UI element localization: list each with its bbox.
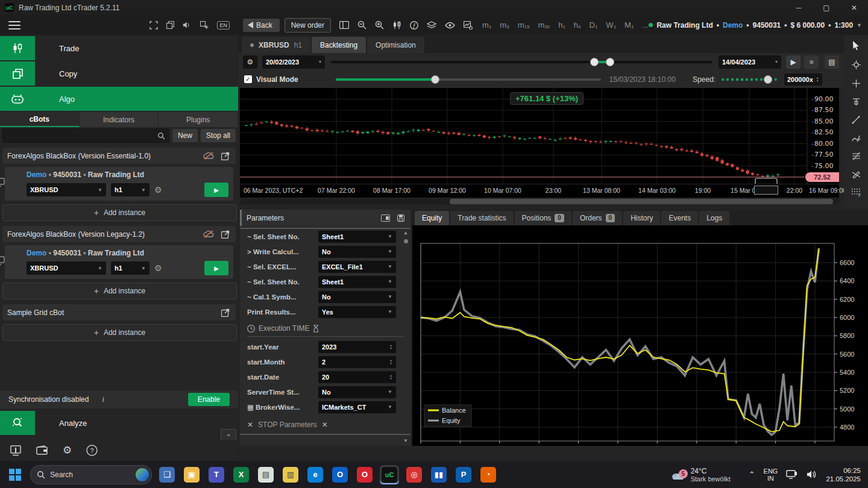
timeframe-select[interactable]: h1▼ [111, 183, 149, 196]
taskbar-app-red-browser[interactable]: ◎ [404, 465, 424, 484]
symbol-select[interactable]: XBRUSD▼ [27, 183, 106, 196]
share-icon[interactable] [221, 152, 230, 160]
menu-icon[interactable] [8, 19, 20, 32]
cbot-search-input[interactable] [2, 128, 169, 143]
tray-expand-icon[interactable]: ⌃ [749, 470, 755, 479]
sidebar-item-copy[interactable]: Copy [0, 61, 238, 86]
section-execution-time[interactable]: Execution TIME [247, 324, 404, 337]
timeframe-M1[interactable]: M1 [624, 20, 634, 30]
fibonacci-icon[interactable] [852, 152, 861, 160]
chart-layout-icon[interactable] [339, 21, 349, 29]
tab-equity[interactable]: Equity [415, 211, 449, 225]
sidebar-tab-plugins[interactable]: Plugins [159, 112, 238, 127]
search-highlight-image[interactable] [136, 468, 149, 481]
range-end-handle[interactable] [606, 58, 614, 66]
enable-sync-button[interactable]: Enable [188, 393, 230, 406]
date-range-slider[interactable] [331, 61, 712, 63]
cbot-instance-card[interactable]: Demo • 9450031 • Raw Trading Ltd XBRUSD▼… [5, 167, 233, 201]
strike-icon[interactable] [852, 170, 861, 178]
instance-settings-icon[interactable]: ⚙ [154, 185, 162, 195]
cbot-header[interactable]: ForexAlgos BlackBox (Version Legacy-1.2) [2, 226, 236, 242]
stop-all-button[interactable]: Stop all [201, 129, 236, 142]
param-select[interactable]: No▼ [318, 386, 396, 398]
add-instance-button[interactable]: +Add instance [2, 324, 237, 341]
anchor-icon[interactable] [852, 98, 860, 105]
start-cbot-button[interactable]: ▶ [204, 183, 228, 197]
new-cbot-button[interactable]: New [172, 129, 198, 142]
taskbar-app-ctrader[interactable]: uC [380, 465, 399, 484]
taskbar-app-opera[interactable]: O [355, 465, 374, 484]
tab-events[interactable]: Events [661, 211, 698, 225]
plus-icon[interactable] [852, 80, 860, 87]
timeframe-m5[interactable]: m5 [500, 20, 509, 30]
stop-backtest-button[interactable]: ■ [804, 55, 819, 69]
crosshair-icon[interactable] [852, 60, 861, 69]
from-date-select[interactable]: 20/02/2023▾ [262, 55, 325, 69]
cbot-header[interactable]: Sample Grid cBot [2, 304, 236, 321]
new-order-button[interactable]: New order [285, 18, 331, 33]
taskbar-app-sticky-notes[interactable]: ▥ [281, 465, 300, 484]
popout-icon[interactable] [381, 214, 390, 222]
tab-positions[interactable]: Positions0 [515, 211, 571, 225]
zoom-in-icon[interactable] [375, 20, 384, 30]
param-select[interactable]: No▼ [318, 291, 396, 303]
info-icon[interactable]: i [102, 395, 104, 404]
sidebar-tab-cbots[interactable]: cBots [0, 112, 80, 127]
weather-widget[interactable]: 5 24°C Stark bewölkt [670, 467, 731, 483]
volume-icon[interactable] [807, 470, 817, 479]
help-icon[interactable]: ? [86, 445, 98, 456]
instance-settings-icon[interactable]: ⚙ [154, 263, 162, 273]
param-stepper[interactable]: 2▲▼ [318, 356, 396, 368]
back-button[interactable]: Back [243, 19, 280, 32]
add-workspace-icon[interactable] [200, 21, 209, 30]
param-select[interactable]: Sheet1▼ [318, 231, 396, 243]
taskbar-app-calculator[interactable]: ▤ [256, 465, 275, 484]
taskbar-search[interactable]: Search [30, 465, 152, 484]
time-axis[interactable]: 06 Mar 2023, UTC+207 Mar 22:0008 Mar 17:… [240, 184, 839, 198]
equity-chart[interactable]: 4800500052005400560058006000620064006600… [412, 225, 868, 446]
maximize-button[interactable]: ▢ [813, 0, 840, 15]
parameters-scrollbar[interactable]: ▲▼ [402, 229, 409, 445]
tab-symbol[interactable]: XBRUSD h1 [242, 37, 310, 53]
account-selector[interactable]: Raw Trading Ltd• Demo• 9450031• $ 6 000.… [649, 21, 862, 30]
timeframe-D1[interactable]: D1 [590, 20, 598, 30]
add-instance-button[interactable]: +Add instance [2, 204, 237, 221]
minimize-button[interactable]: ─ [785, 0, 813, 15]
cbot-instance-card[interactable]: Demo • 9450031 • Raw Trading Ltd XBRUSD▼… [5, 245, 233, 279]
timeframe-m30[interactable]: m30 [538, 20, 550, 30]
taskbar-app-excel[interactable]: X [231, 465, 251, 484]
settings-gear-icon[interactable]: ⚙ [63, 444, 72, 457]
tab-trade-statistics[interactable]: Trade statistics [450, 211, 513, 225]
speed-value-spinner[interactable]: 200000x ▲▼ [784, 74, 822, 86]
candlestick-chart[interactable]: +761.14 $ (+13%) 90.0087.5085.0082.5080.… [240, 88, 839, 184]
section-stop-parameters[interactable]: ✕STOP Parameters✕ [247, 421, 404, 429]
chart-type-icon[interactable] [392, 20, 401, 30]
timeframe-m15[interactable]: m15 [518, 20, 530, 30]
taskbar-app-paypal[interactable]: P [454, 465, 473, 484]
param-select[interactable]: EXCEL_File1▼ [318, 261, 396, 273]
clock[interactable]: 06:2521.05.2025 [826, 466, 861, 483]
speed-slider[interactable] [722, 78, 777, 81]
share-icon[interactable] [221, 230, 230, 239]
chart-scrollbar[interactable] [240, 199, 839, 204]
param-stepper[interactable]: 2023▲▼ [318, 341, 396, 353]
report-button[interactable]: ▤ [825, 55, 839, 69]
sound-icon[interactable] [183, 21, 192, 29]
timeframe-select[interactable]: h1▼ [111, 261, 149, 275]
taskbar-app-file-explorer[interactable]: ▣ [182, 465, 201, 484]
taskbar-app-edge[interactable]: e [306, 465, 325, 484]
indicators-icon[interactable]: f [410, 21, 418, 30]
sidebar-item-analyze[interactable]: Analyze [0, 411, 238, 435]
pointer-icon[interactable] [852, 41, 860, 50]
sidebar-tab-indicators[interactable]: Indicators [80, 112, 159, 127]
save-icon[interactable] [397, 214, 404, 222]
deposit-icon[interactable] [10, 445, 22, 456]
fullscreen-icon[interactable] [149, 21, 158, 30]
zoom-out-icon[interactable] [357, 20, 366, 30]
param-select[interactable]: No▼ [318, 246, 396, 258]
tab-logs[interactable]: Logs [699, 211, 729, 225]
more-timeframes[interactable]: ... [642, 21, 648, 30]
layers-icon[interactable] [427, 21, 436, 30]
timeframe-h1[interactable]: h1 [558, 20, 565, 30]
timeframe-h4[interactable]: h4 [574, 20, 581, 30]
